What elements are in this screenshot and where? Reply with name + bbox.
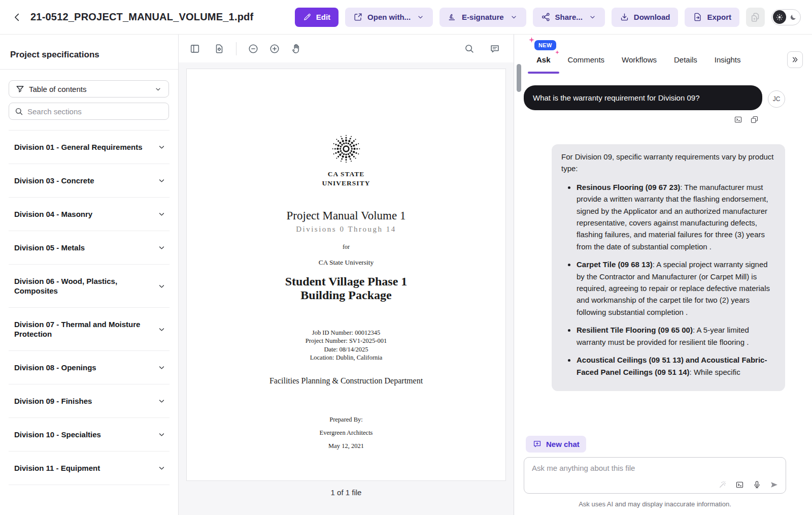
ai-side-panel: NEW Ask Comments Workflows Details Insig…: [524, 35, 812, 515]
search-icon: [464, 43, 475, 54]
ask-input-actions: [532, 480, 779, 489]
theme-toggle[interactable]: [771, 9, 801, 25]
light-mode-option[interactable]: [773, 10, 786, 24]
esignature-button[interactable]: E-signature: [439, 8, 526, 27]
document-settings-button[interactable]: [214, 43, 225, 54]
toc-row-division-03[interactable]: Division 03 - Concrete: [9, 164, 170, 198]
doc-title: Project Manual Volume 1: [287, 209, 406, 222]
toc-row-division-10[interactable]: Division 10 - Specialties: [9, 418, 170, 452]
sections-sidebar: Project specifications Table of contents…: [0, 35, 179, 515]
answer-bullet-list: Resinous Flooring (09 67 23): The manufa…: [561, 181, 775, 378]
answer-bullet: Resilient Tile Flooring (09 65 00): A 5-…: [576, 324, 775, 348]
viewer-toolbar: [179, 35, 514, 62]
voice-input-button[interactable]: [753, 480, 761, 489]
table-of-contents-select[interactable]: Table of contents: [9, 80, 169, 98]
toc-row-division-05[interactable]: Division 05 - Metals: [9, 231, 170, 265]
double-chevron-right-icon: [791, 55, 799, 64]
collapse-panel-button[interactable]: [787, 51, 803, 68]
doc-preparer: Evergreen Architects: [320, 429, 373, 437]
send-button[interactable]: [770, 480, 779, 489]
document-area: CA STATE UNIVERSITY Project Manual Volum…: [179, 62, 514, 515]
share-icon: [541, 12, 551, 22]
zoom-in-button[interactable]: [269, 43, 280, 54]
prompt-icon-button[interactable]: [734, 115, 742, 124]
comment-button[interactable]: [489, 43, 500, 54]
doc-date: May 12, 2021: [328, 442, 364, 450]
message-actions: [524, 115, 762, 124]
moon-icon: [789, 13, 797, 21]
share-button[interactable]: Share...: [533, 8, 605, 27]
toc-row-division-06[interactable]: Division 06 - Wood, Plastics, Composites: [9, 265, 170, 308]
app-window: 21-0512_PROJECT_MANUAL_VOLUME_1.pdf Edit…: [0, 0, 812, 515]
doc-meta: Job ID Number: 00012345 Project Number: …: [306, 329, 387, 362]
dark-mode-option[interactable]: [787, 11, 799, 23]
prompt-library-button[interactable]: [735, 480, 744, 489]
toc-row-division-04[interactable]: Division 04 - Masonry: [9, 198, 170, 231]
chevron-down-icon: [588, 13, 597, 21]
plus-circle-icon: [269, 43, 280, 54]
panel-scroll-gutter: [514, 35, 524, 515]
toc-row-division-08[interactable]: Division 08 - Openings: [9, 351, 170, 384]
magic-wand-button[interactable]: [718, 480, 727, 489]
panel-tabs: NEW Ask Comments Workflows Details Insig…: [524, 35, 812, 74]
split-view-icon: [189, 43, 200, 54]
toc-row-division-07[interactable]: Division 07 - Thermal and Moisture Prote…: [9, 308, 170, 351]
pencil-icon: [303, 13, 312, 21]
doc-subtitle: Divisions 0 Through 14: [296, 225, 396, 234]
tab-insights[interactable]: Insights: [706, 55, 750, 74]
copy-files-button[interactable]: [746, 8, 765, 27]
filter-icon: [15, 84, 25, 94]
ai-disclaimer: Ask uses AI and may display inaccurate i…: [524, 500, 786, 508]
wand-icon: [718, 480, 727, 489]
thumbnail-panel-button[interactable]: [189, 43, 200, 54]
download-icon: [620, 12, 629, 22]
toc-row-division-11[interactable]: Division 11 - Equipment: [9, 452, 170, 485]
sparkle-icon: [529, 37, 534, 43]
sidebar-title: Project specifications: [0, 35, 178, 69]
export-file-icon: [693, 12, 702, 22]
find-in-document-button[interactable]: [464, 43, 475, 54]
file-gear-icon: [214, 43, 225, 54]
tab-details[interactable]: Details: [665, 55, 706, 74]
back-button[interactable]: [9, 9, 25, 25]
tab-ask[interactable]: NEW Ask: [528, 55, 559, 74]
new-chat-button[interactable]: New chat: [526, 436, 586, 453]
edit-button[interactable]: Edit: [295, 8, 339, 27]
toc-row-division-01[interactable]: Division 01 - General Requirements: [9, 131, 170, 164]
zoom-out-button[interactable]: [248, 43, 259, 54]
pan-tool-button[interactable]: [290, 43, 301, 54]
answer-bullet: Carpet Tile (09 68 13): A special projec…: [576, 259, 775, 318]
top-bar: 21-0512_PROJECT_MANUAL_VOLUME_1.pdf Edit…: [0, 0, 812, 35]
open-with-button[interactable]: Open with...: [345, 8, 433, 27]
terminal-icon: [735, 480, 744, 489]
chat-plus-icon: [532, 439, 542, 449]
export-button[interactable]: Export: [685, 8, 739, 27]
search-sections-input[interactable]: [27, 107, 163, 116]
doc-organization: CA State University: [319, 259, 374, 267]
panel-scrollbar-thumb[interactable]: [517, 64, 521, 92]
chevron-down-icon: [157, 463, 166, 473]
chevron-down-icon: [157, 281, 166, 291]
copy-icon: [750, 115, 759, 124]
chevron-down-icon: [157, 209, 166, 219]
chevron-down-icon: [157, 325, 166, 334]
file-title: 21-0512_PROJECT_MANUAL_VOLUME_1.pdf: [30, 11, 253, 23]
tab-comments[interactable]: Comments: [559, 55, 614, 74]
chevron-down-icon: [157, 396, 166, 406]
toc-row-division-09[interactable]: Division 09 - Finishes: [9, 384, 170, 418]
microphone-icon: [753, 480, 761, 489]
chevron-down-icon: [416, 13, 425, 21]
signature-icon: [448, 12, 457, 22]
open-external-icon: [353, 12, 363, 22]
copy-button[interactable]: [750, 115, 759, 124]
topbar-actions: Edit Open with... E-signature Share... D…: [295, 8, 801, 27]
divider: [236, 42, 236, 55]
tab-workflows[interactable]: Workflows: [613, 55, 665, 74]
ask-input-field[interactable]: [532, 464, 779, 480]
user-message-row: What is the warranty requirement for Div…: [524, 85, 785, 124]
chevron-down-icon: [157, 176, 166, 185]
chevron-down-icon: [510, 13, 518, 21]
ask-input-box: [524, 457, 786, 494]
doc-prepared-by-label: Prepared By:: [329, 416, 363, 424]
download-button[interactable]: Download: [612, 8, 679, 27]
